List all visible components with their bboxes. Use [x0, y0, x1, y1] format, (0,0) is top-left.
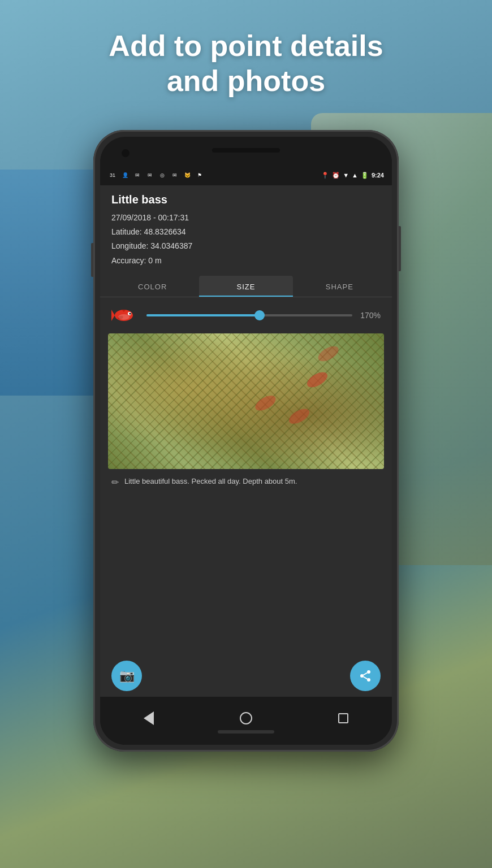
camera-button[interactable]: 📷: [111, 661, 142, 691]
person-icon: 👤: [120, 172, 130, 179]
svg-point-6: [118, 314, 130, 320]
calendar-icon: 31: [108, 172, 117, 179]
headline-text: Add to point details and photos: [0, 28, 492, 99]
tab-size[interactable]: SIZE: [199, 276, 292, 297]
tabs-bar: COLOR SIZE SHAPE: [100, 276, 392, 297]
share-button[interactable]: [350, 661, 381, 691]
flag-icon: ⚑: [195, 172, 204, 179]
alarm-icon: ⏰: [332, 172, 340, 179]
mail-icon-1: ✉: [133, 172, 142, 179]
slider-thumb[interactable]: [254, 310, 265, 320]
screen: 31 👤 ✉ ✉ ◎ ✉ 🐱 ⚑ 📍 ⏰ ▼ ▲ 🔋 9:24: [100, 165, 392, 697]
battery-icon: 🔋: [361, 172, 369, 179]
wifi-icon: ▼: [343, 172, 349, 179]
mail-icon-3: ✉: [170, 172, 179, 179]
nav-bar: [100, 697, 392, 745]
size-slider[interactable]: [146, 314, 352, 316]
status-right-icons: 📍 ⏰ ▼ ▲ 🔋 9:24: [321, 172, 384, 179]
svg-point-7: [367, 670, 370, 674]
action-buttons: 📷: [100, 661, 392, 691]
speaker-top: [212, 148, 280, 153]
location-icon: 📍: [321, 172, 329, 179]
status-left-icons: 31 👤 ✉ ✉ ◎ ✉ 🐱 ⚑: [108, 172, 204, 179]
svg-point-9: [367, 678, 370, 682]
recent-square: [338, 713, 348, 723]
tab-color[interactable]: COLOR: [106, 276, 199, 297]
svg-marker-1: [111, 310, 115, 321]
fish-icon: [111, 305, 139, 326]
longitude-text: Longitude: 34.0346387: [111, 239, 381, 253]
home-circle: [240, 712, 252, 724]
target-icon: ◎: [158, 172, 167, 179]
time-display: 9:24: [372, 172, 384, 179]
size-tab-content: 170%: [100, 297, 392, 333]
slider-value: 170%: [360, 311, 381, 320]
point-details: 27/09/2018 - 00:17:31 Latitude: 48.83266…: [100, 211, 392, 276]
accuracy-text: Accuracy: 0 m: [111, 254, 381, 268]
edit-icon[interactable]: ✏: [111, 477, 119, 488]
back-triangle: [144, 711, 154, 725]
phone-frame: 31 👤 ✉ ✉ ◎ ✉ 🐱 ⚑ 📍 ⏰ ▼ ▲ 🔋 9:24: [93, 130, 399, 752]
front-camera: [122, 149, 130, 157]
latitude-text: Latitude: 48.8326634: [111, 225, 381, 239]
fish-photo-inner: [108, 333, 384, 469]
speaker-bottom: [218, 730, 274, 734]
nav-recent-button[interactable]: [333, 708, 353, 728]
camera-icon: 📷: [119, 669, 135, 683]
nav-home-button[interactable]: [236, 708, 256, 728]
fish-svg: [111, 305, 139, 326]
mail-icon-2: ✉: [145, 172, 154, 179]
share-icon: [359, 669, 372, 683]
datetime-text: 27/09/2018 - 00:17:31: [111, 211, 381, 225]
cat-icon: 🐱: [183, 172, 192, 179]
point-title: Little bass: [100, 185, 392, 211]
power-button: [399, 226, 401, 271]
svg-point-3: [130, 313, 131, 314]
fish-photo[interactable]: [108, 333, 384, 469]
status-bar: 31 👤 ✉ ✉ ◎ ✉ 🐱 ⚑ 📍 ⏰ ▼ ▲ 🔋 9:24: [100, 165, 392, 185]
svg-point-8: [360, 674, 364, 678]
phone-inner: 31 👤 ✉ ✉ ◎ ✉ 🐱 ⚑ 📍 ⏰ ▼ ▲ 🔋 9:24: [100, 137, 392, 745]
nav-back-button[interactable]: [139, 708, 159, 728]
headline: Add to point details and photos: [0, 28, 492, 99]
app-content: Little bass 27/09/2018 - 00:17:31 Latitu…: [100, 185, 392, 697]
svg-line-11: [364, 673, 368, 675]
svg-line-10: [364, 677, 368, 679]
note-text: Little beautiful bass. Pecked all day. D…: [124, 476, 297, 487]
slider-fill: [146, 314, 260, 316]
tab-shape[interactable]: SHAPE: [293, 276, 386, 297]
volume-button: [91, 243, 93, 277]
signal-icon: ▲: [352, 172, 358, 179]
note-section: ✏ Little beautiful bass. Pecked all day.…: [100, 469, 392, 492]
